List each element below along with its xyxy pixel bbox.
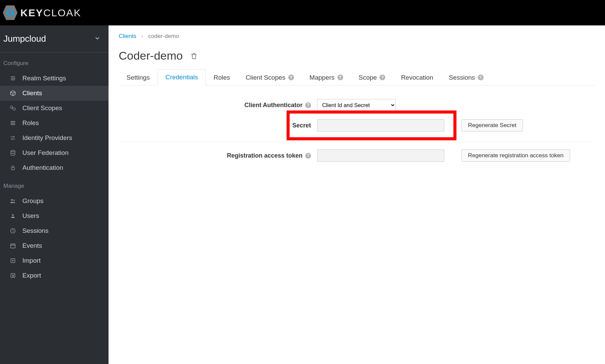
chevron-down-icon: [94, 35, 100, 43]
help-icon[interactable]: ?: [305, 102, 311, 108]
sidebar-item-roles[interactable]: Roles: [0, 116, 109, 130]
sidebar: Jumpcloud ConfigureRealm SettingsClients…: [0, 25, 109, 364]
sidebar-item-label: User Federation: [22, 149, 69, 157]
tab-roles[interactable]: Roles: [206, 69, 238, 85]
tab-label: Sessions: [449, 74, 475, 81]
logo-glyph-icon: [6, 8, 15, 17]
tab-label: Credentials: [165, 74, 198, 81]
calendar-icon: [9, 242, 16, 249]
svg-point-2: [13, 79, 14, 80]
sidebar-item-label: Events: [22, 242, 42, 249]
label-registration-token: Registration access token: [227, 152, 302, 159]
sidebar-item-groups[interactable]: Groups: [0, 194, 109, 208]
svg-point-6: [13, 200, 15, 201]
row-secret: Secret Regenerate Secret: [119, 115, 595, 136]
sidebar-item-export[interactable]: Export: [0, 268, 109, 283]
help-icon[interactable]: ?: [305, 153, 311, 159]
tab-settings[interactable]: Settings: [119, 69, 158, 85]
brand-text: KEYCLOAK: [20, 7, 81, 19]
sidebar-item-label: Authentication: [22, 164, 63, 171]
label-secret: Secret: [292, 122, 311, 129]
sidebar-item-authentication[interactable]: Authentication: [0, 160, 109, 175]
breadcrumb: Clients › coder-demo: [119, 33, 595, 40]
cube-icon: [9, 90, 16, 97]
export-icon: [9, 272, 16, 279]
tab-label: Roles: [214, 74, 230, 81]
sidebar-item-import[interactable]: Import: [0, 253, 109, 268]
help-icon[interactable]: ?: [478, 75, 484, 80]
sidebar-item-client-scopes[interactable]: Client Scopes: [0, 101, 109, 116]
sidebar-item-label: Export: [22, 272, 41, 279]
svg-point-5: [11, 199, 13, 201]
tab-label: Revocation: [401, 74, 433, 81]
registration-token-input[interactable]: [317, 149, 444, 162]
tab-revocation[interactable]: Revocation: [393, 69, 441, 85]
realm-name: Jumpcloud: [3, 34, 46, 44]
realm-selector[interactable]: Jumpcloud: [0, 25, 109, 53]
form-separator: [119, 142, 595, 142]
sidebar-item-label: Identity Providers: [22, 134, 72, 142]
tab-sessions[interactable]: Sessions?: [441, 69, 491, 85]
svg-point-7: [12, 214, 14, 216]
help-icon[interactable]: ?: [337, 75, 343, 80]
tab-client-scopes[interactable]: Client Scopes?: [238, 69, 301, 85]
lock-icon: [9, 164, 16, 171]
topbar: KEYCLOAK: [0, 0, 605, 25]
sidebar-item-clients[interactable]: Clients: [0, 86, 109, 101]
sidebar-item-events[interactable]: Events: [0, 238, 109, 253]
sidebar-item-user-federation[interactable]: User Federation: [0, 145, 109, 160]
sidebar-section-label: Manage: [0, 175, 109, 194]
svg-point-0: [12, 76, 13, 77]
help-icon[interactable]: ?: [288, 75, 294, 80]
import-icon: [9, 257, 16, 264]
tab-scope[interactable]: Scope?: [351, 69, 393, 85]
breadcrumb-parent-link[interactable]: Clients: [119, 33, 136, 39]
client-authenticator-select[interactable]: Client Id and Secret: [317, 99, 396, 111]
sidebar-item-label: Sessions: [22, 227, 48, 235]
clock-icon: [9, 227, 16, 234]
sidebar-item-label: Groups: [22, 197, 43, 205]
sidebar-item-identity-providers[interactable]: Identity Providers: [0, 130, 109, 145]
svg-point-1: [14, 78, 15, 79]
row-registration-token: Registration access token ? Regenerate r…: [119, 145, 595, 166]
delete-client-icon[interactable]: [190, 52, 198, 60]
tab-label: Mappers: [310, 74, 335, 81]
regenerate-registration-token-button[interactable]: Regenerate registration access token: [462, 149, 570, 162]
cubes-icon: [9, 105, 16, 112]
exchange-icon: [9, 135, 16, 141]
sidebar-item-label: Import: [22, 257, 41, 264]
brand-bold: KEY: [20, 7, 43, 18]
user-icon: [9, 213, 16, 219]
secret-input[interactable]: [317, 119, 444, 132]
sidebar-item-sessions[interactable]: Sessions: [0, 223, 109, 238]
list-icon: [9, 120, 16, 126]
help-icon[interactable]: ?: [379, 75, 385, 80]
svg-rect-9: [11, 244, 15, 248]
content: Clients › coder-demo Coder-demo Settings…: [109, 25, 605, 364]
breadcrumb-separator-icon: ›: [141, 33, 143, 39]
sidebar-item-label: Roles: [22, 119, 39, 127]
logo[interactable]: KEYCLOAK: [2, 5, 81, 21]
brand-thin: CLOAK: [43, 7, 81, 18]
users-icon: [9, 198, 16, 204]
credentials-form: Client Authenticator ? Client Id and Sec…: [119, 85, 595, 166]
sliders-icon: [9, 75, 16, 82]
sidebar-item-label: Users: [22, 212, 39, 220]
regenerate-secret-button[interactable]: Regenerate Secret: [462, 119, 523, 132]
tab-mappers[interactable]: Mappers?: [302, 69, 351, 85]
tabs: SettingsCredentialsRolesClient Scopes?Ma…: [119, 69, 595, 85]
sidebar-item-realm-settings[interactable]: Realm Settings: [0, 71, 109, 86]
tab-credentials[interactable]: Credentials: [158, 69, 206, 85]
label-client-authenticator: Client Authenticator: [245, 102, 302, 109]
svg-point-3: [11, 150, 15, 152]
tab-label: Settings: [126, 74, 150, 81]
breadcrumb-current: coder-demo: [148, 33, 179, 39]
tab-label: Client Scopes: [246, 74, 285, 81]
svg-rect-4: [11, 167, 14, 170]
database-icon: [9, 149, 16, 156]
tab-label: Scope: [359, 74, 377, 81]
row-client-authenticator: Client Authenticator ? Client Id and Sec…: [119, 95, 595, 115]
sidebar-section-label: Configure: [0, 53, 109, 71]
sidebar-item-users[interactable]: Users: [0, 208, 109, 223]
page-title: Coder-demo: [119, 49, 183, 62]
